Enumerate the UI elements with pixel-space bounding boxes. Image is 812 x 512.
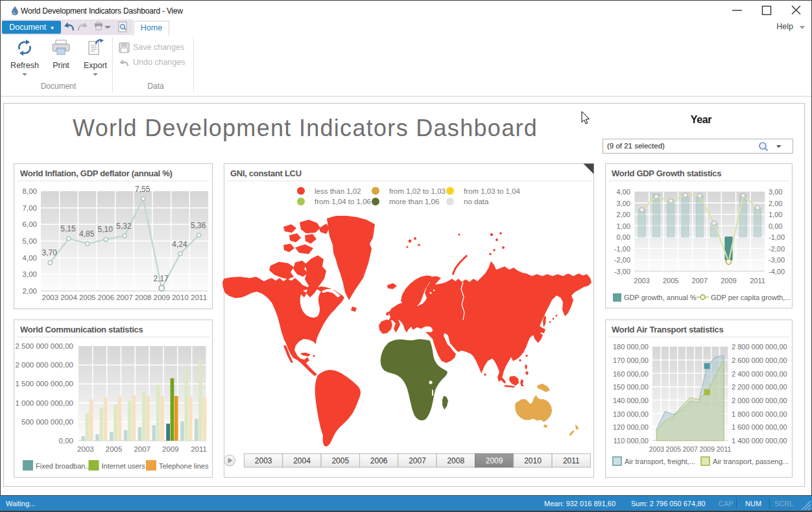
svg-text:5,32: 5,32 [116, 222, 132, 231]
svg-text:7,00: 7,00 [23, 204, 37, 212]
svg-text:2007: 2007 [409, 456, 426, 465]
svg-text:2010: 2010 [524, 456, 542, 465]
svg-text:2 000 000 000,00: 2 000 000 000,00 [15, 361, 73, 369]
svg-text:Telephone lines: Telephone lines [159, 462, 209, 470]
svg-text:140 000,00: 140 000,00 [613, 397, 649, 404]
svg-text:500 000 000,00: 500 000 000,00 [21, 418, 73, 426]
svg-text:2011: 2011 [750, 277, 765, 285]
svg-text:2 800 000 000,00: 2 800 000 000,00 [732, 343, 787, 351]
svg-text:3,00: 3,00 [617, 200, 630, 207]
svg-text:180 000,00: 180 000,00 [613, 343, 649, 351]
svg-text:3,00: 3,00 [769, 188, 782, 196]
svg-text:GNI, constant LCU: GNI, constant LCU [230, 169, 302, 178]
svg-text:Air transport, freight,...: Air transport, freight,... [625, 458, 695, 465]
svg-text:0,00: 0,00 [617, 233, 630, 241]
svg-text:2003: 2003 [42, 294, 59, 301]
svg-text:more than 1,06: more than 1,06 [389, 198, 439, 205]
svg-text:from 1,04 to 1,06: from 1,04 to 1,06 [315, 198, 371, 205]
svg-text:-1,00: -1,00 [769, 233, 785, 241]
svg-text:2007: 2007 [692, 277, 708, 285]
svg-text:-3,00: -3,00 [614, 268, 630, 275]
svg-text:130 000,00: 130 000,00 [613, 410, 649, 418]
svg-text:-2,00: -2,00 [614, 256, 630, 264]
svg-text:160 000,00: 160 000,00 [613, 370, 649, 378]
svg-text:2009: 2009 [699, 445, 715, 453]
svg-text:2005: 2005 [331, 456, 349, 465]
svg-text:1,00: 1,00 [617, 222, 630, 230]
svg-text:2009: 2009 [486, 456, 503, 465]
svg-text:2003: 2003 [255, 456, 272, 465]
svg-text:3,70: 3,70 [42, 248, 58, 257]
svg-text:2010: 2010 [172, 294, 189, 301]
svg-text:World GDP Growth statistics: World GDP Growth statistics [612, 169, 721, 178]
svg-text:8,00: 8,00 [23, 187, 37, 195]
svg-text:from 1,02 to 1,03: from 1,02 to 1,03 [389, 187, 446, 195]
svg-text:Fixed broadban...: Fixed broadban... [36, 462, 91, 470]
svg-text:2,00: 2,00 [23, 287, 37, 295]
svg-text:0,00: 0,00 [769, 222, 782, 230]
svg-text:2007: 2007 [683, 445, 699, 453]
svg-text:7,55: 7,55 [135, 185, 150, 194]
svg-text:4,85: 4,85 [79, 229, 95, 239]
svg-text:4,00: 4,00 [617, 188, 630, 196]
svg-text:5,10: 5,10 [98, 225, 113, 234]
svg-text:1 400 000 000,00: 1 400 000 000,00 [732, 437, 787, 445]
svg-text:1 600 000 000,00: 1 600 000 000,00 [732, 423, 787, 431]
svg-text:2003: 2003 [77, 445, 94, 453]
svg-text:2011: 2011 [717, 445, 732, 453]
svg-text:120 000,00: 120 000,00 [613, 423, 649, 431]
svg-text:2011: 2011 [191, 294, 207, 301]
svg-text:2,00: 2,00 [617, 211, 630, 218]
svg-text:2,17: 2,17 [154, 274, 169, 283]
svg-text:2003: 2003 [649, 445, 665, 453]
svg-text:2009: 2009 [154, 294, 171, 301]
svg-text:-2,00: -2,00 [769, 245, 785, 253]
svg-text:2009: 2009 [721, 277, 736, 285]
svg-text:GDP growth, annual %: GDP growth, annual % [624, 294, 697, 301]
svg-text:2005: 2005 [79, 294, 96, 301]
svg-text:2 600 000 000,00: 2 600 000 000,00 [732, 356, 787, 364]
svg-text:1,00: 1,00 [769, 211, 782, 218]
svg-text:2005: 2005 [666, 445, 682, 453]
svg-text:1 500 000 000,00: 1 500 000 000,00 [15, 380, 73, 388]
svg-text:-3,00: -3,00 [769, 256, 785, 264]
svg-text:2011: 2011 [191, 445, 207, 453]
svg-text:World Communication statistics: World Communication statistics [20, 325, 143, 334]
svg-text:150 000,00: 150 000,00 [613, 383, 649, 391]
svg-text:World Air Transport statistics: World Air Transport statistics [612, 325, 723, 334]
svg-text:2008: 2008 [135, 294, 152, 301]
svg-text:2,00: 2,00 [769, 200, 782, 207]
svg-text:6,00: 6,00 [23, 220, 37, 228]
svg-text:2 500 000 000,00: 2 500 000 000,00 [15, 342, 73, 350]
svg-text:no data: no data [464, 198, 489, 205]
svg-text:5,36: 5,36 [191, 221, 206, 230]
svg-text:2006: 2006 [98, 294, 115, 301]
svg-text:1 000 000 000,00: 1 000 000 000,00 [15, 399, 73, 407]
svg-text:2007: 2007 [134, 445, 150, 453]
svg-text:2 400 000 000,00: 2 400 000 000,00 [732, 370, 787, 378]
svg-text:2 000 000 000,00: 2 000 000 000,00 [732, 397, 787, 404]
svg-text:-1,00: -1,00 [614, 245, 630, 253]
svg-text:1 800 000 000,00: 1 800 000 000,00 [732, 410, 787, 418]
svg-text:2006: 2006 [370, 456, 388, 465]
svg-text:4,00: 4,00 [23, 254, 37, 262]
svg-text:5,15: 5,15 [60, 224, 76, 233]
svg-text:2005: 2005 [663, 277, 678, 285]
svg-text:2005: 2005 [106, 445, 123, 453]
svg-text:from 1,03 to 1,04: from 1,03 to 1,04 [464, 187, 521, 195]
svg-text:4,24: 4,24 [172, 240, 187, 249]
svg-text:2 200 000 000,00: 2 200 000 000,00 [732, 383, 787, 391]
svg-text:170 000,00: 170 000,00 [613, 356, 649, 364]
svg-text:Internet users: Internet users [102, 462, 146, 470]
svg-text:less than 1,02: less than 1,02 [315, 187, 361, 195]
svg-text:110 000,00: 110 000,00 [614, 437, 649, 445]
svg-text:2004: 2004 [293, 456, 311, 465]
svg-text:World Inflation, GDP deflator: World Inflation, GDP deflator (annual %) [20, 169, 173, 178]
svg-text:2009: 2009 [162, 445, 179, 453]
svg-text:3,00: 3,00 [23, 270, 37, 278]
svg-text:-4,00: -4,00 [769, 268, 785, 275]
svg-text:5,00: 5,00 [23, 237, 37, 245]
svg-text:GDP per capita growth,...: GDP per capita growth,... [711, 294, 791, 301]
svg-text:2007: 2007 [116, 294, 133, 301]
svg-text:Air transport, passeng...: Air transport, passeng... [713, 458, 789, 465]
